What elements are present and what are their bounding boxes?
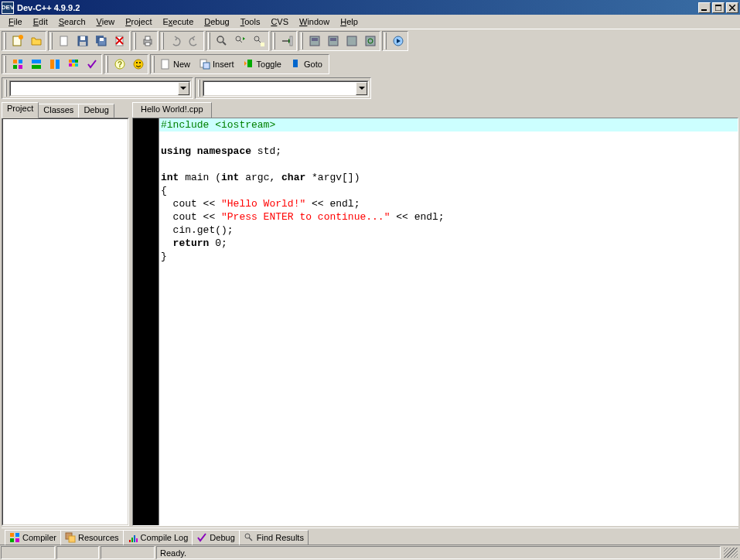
dropdown-icon[interactable] <box>356 82 367 95</box>
close-button[interactable] <box>726 2 738 13</box>
tab-debug[interactable]: Debug <box>78 104 114 119</box>
tab-compile-log[interactable]: Compile Log <box>123 530 193 545</box>
left-panel: Project Classes Debug <box>2 102 129 526</box>
svg-rect-13 <box>100 38 104 41</box>
new-file-icon[interactable] <box>55 32 73 50</box>
toolbar-combos <box>0 76 740 101</box>
log-icon <box>128 532 138 543</box>
tab-debug-bottom[interactable]: Debug <box>192 530 239 545</box>
help-icon[interactable]: ? <box>111 56 128 73</box>
svg-rect-33 <box>347 36 356 46</box>
svg-rect-30 <box>312 38 318 41</box>
svg-rect-63 <box>10 538 14 542</box>
tab-find-results[interactable]: Find Results <box>239 530 309 545</box>
status-ready: Ready. <box>156 546 721 559</box>
replace-icon[interactable] <box>231 32 249 50</box>
insert-button[interactable]: Insert <box>196 56 240 73</box>
about-icon[interactable] <box>129 56 147 73</box>
tab-classes[interactable]: Classes <box>38 104 79 119</box>
find-next-icon[interactable] <box>250 32 268 50</box>
cascade-icon[interactable] <box>64 56 82 73</box>
goto-line-icon[interactable] <box>278 32 295 50</box>
new-project-icon[interactable] <box>9 32 26 50</box>
svg-rect-2 <box>715 5 721 6</box>
svg-rect-44 <box>56 60 60 69</box>
status-cell-2 <box>56 546 99 559</box>
svg-rect-62 <box>15 533 19 537</box>
document-icon <box>159 58 172 70</box>
editor-tab-active[interactable]: Hello World!.cpp <box>132 102 212 118</box>
dropdown-icon[interactable] <box>178 82 189 95</box>
tile-grid-icon[interactable] <box>9 56 26 73</box>
svg-rect-40 <box>19 65 22 69</box>
save-icon[interactable] <box>73 32 91 50</box>
debug-tab-icon <box>196 532 207 543</box>
tile-horiz-icon[interactable] <box>27 56 45 73</box>
menu-debug[interactable]: Debug <box>199 15 234 28</box>
svg-rect-32 <box>330 38 336 41</box>
rebuild-icon[interactable] <box>361 32 379 50</box>
menu-cvs[interactable]: CVS <box>265 15 294 28</box>
tab-project[interactable]: Project <box>2 102 39 118</box>
svg-rect-56 <box>162 60 169 69</box>
menu-view[interactable]: View <box>91 15 121 28</box>
insert-icon <box>199 58 211 70</box>
goto-label: Goto <box>304 60 322 69</box>
svg-rect-49 <box>72 63 75 67</box>
svg-rect-26 <box>261 43 264 46</box>
open-icon[interactable] <box>27 32 45 50</box>
redo-icon[interactable] <box>185 32 203 50</box>
svg-rect-45 <box>69 60 72 63</box>
project-tree[interactable] <box>2 118 129 526</box>
tab-resources[interactable]: Resources <box>60 530 124 545</box>
svg-line-21 <box>223 42 226 45</box>
svg-rect-0 <box>701 9 707 11</box>
svg-rect-7 <box>60 36 67 46</box>
compile-run-icon[interactable] <box>343 32 360 50</box>
resize-grip[interactable] <box>724 548 738 558</box>
menu-edit[interactable]: Edit <box>28 15 53 28</box>
minimize-button[interactable] <box>698 2 711 13</box>
menu-help[interactable]: Help <box>335 15 363 28</box>
goto-button[interactable]: Goto <box>288 56 328 73</box>
member-combo-input[interactable] <box>204 82 356 95</box>
new-button[interactable]: New <box>157 56 196 73</box>
svg-rect-69 <box>134 535 135 542</box>
class-combo[interactable] <box>9 80 191 97</box>
undo-icon[interactable] <box>166 32 184 50</box>
editor-body: #include <iostream> using namespace std;… <box>132 118 738 526</box>
debug-start-icon[interactable] <box>389 32 407 50</box>
check-icon[interactable] <box>83 56 101 73</box>
editor-tabs: Hello World!.cpp <box>132 102 738 118</box>
status-cell-1 <box>1 546 55 559</box>
svg-rect-61 <box>10 533 14 537</box>
title-bar: DEV Dev-C++ 4.9.9.2 <box>0 0 740 15</box>
code-editor[interactable]: #include <iostream> using namespace std;… <box>159 118 738 525</box>
close-file-icon[interactable] <box>111 32 128 50</box>
menu-execute[interactable]: Execute <box>158 15 199 28</box>
run-icon[interactable] <box>324 32 342 50</box>
maximize-button[interactable] <box>712 2 725 13</box>
compile-icon[interactable] <box>305 32 323 50</box>
tab-compiler[interactable]: Compiler <box>5 530 61 545</box>
svg-rect-58 <box>203 63 210 69</box>
svg-rect-37 <box>13 60 17 63</box>
svg-rect-41 <box>32 60 41 63</box>
menu-tools[interactable]: Tools <box>235 15 266 28</box>
find-results-icon <box>244 532 254 543</box>
menu-search[interactable]: Search <box>53 15 91 28</box>
svg-point-6 <box>19 35 23 39</box>
print-icon[interactable] <box>138 32 156 50</box>
tile-vert-icon[interactable] <box>46 56 63 73</box>
svg-rect-42 <box>32 65 41 69</box>
save-all-icon[interactable] <box>92 32 110 50</box>
menu-file[interactable]: File <box>3 15 28 28</box>
svg-rect-59 <box>247 60 252 67</box>
find-icon[interactable] <box>213 32 230 50</box>
menu-project[interactable]: Project <box>120 15 157 28</box>
member-combo[interactable] <box>203 80 369 97</box>
menu-window[interactable]: Window <box>294 15 335 28</box>
toggle-button[interactable]: Toggle <box>240 56 287 73</box>
svg-rect-34 <box>366 36 375 46</box>
class-combo-input[interactable] <box>11 82 178 95</box>
